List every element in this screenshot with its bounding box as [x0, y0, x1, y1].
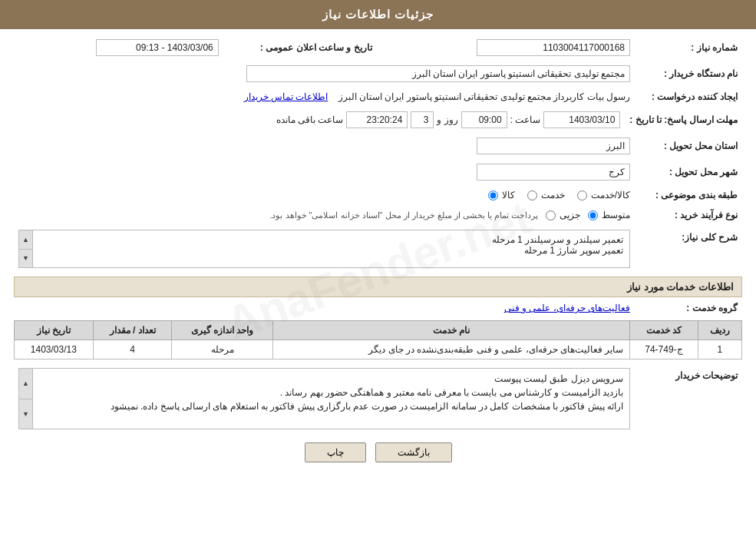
- need-desc-line1: تعمیر سیلندر و سرسیلندر 1 مرحله: [36, 234, 623, 245]
- city-label: شهر محل تحویل :: [635, 161, 742, 183]
- city-value-cell: کرج: [14, 161, 635, 183]
- radio-jozii-input[interactable]: [546, 210, 556, 220]
- deadline-days: 3: [411, 111, 434, 128]
- service-group-label: گروه خدمت :: [635, 300, 742, 316]
- back-button[interactable]: بازگشت: [375, 442, 452, 462]
- th-service-name: نام خدمت: [272, 321, 629, 340]
- th-unit: واحد اندازه گیری: [172, 321, 273, 340]
- buyer-scroll-down[interactable]: ▼: [19, 399, 32, 429]
- row-org: نام دستگاه خریدار : مجتمع تولیدی تحقیقات…: [14, 63, 742, 84]
- org-value-cell: مجتمع تولیدی تحقیقاتی انستیتو پاستور ایر…: [14, 63, 635, 84]
- deadline-remaining: 23:20:24: [346, 111, 408, 128]
- row-request-number: شماره نیاز : 1103004117000168 تاریخ و سا…: [14, 37, 742, 58]
- cell-service-name: سایر فعالیت‌های حرفه‌ای، علمی و فنی طبقه…: [272, 340, 629, 359]
- buyer-desc-line1: سرویس دیزل طبق لیست پیوست: [36, 373, 623, 384]
- deadline-time-label: ساعت :: [510, 114, 541, 125]
- need-desc-content: ▲ ▼ تعمیر سیلندر و سرسیلندر 1 مرحله تعمی…: [14, 227, 635, 270]
- radio-jozii-label: جزیی: [560, 210, 580, 220]
- row-creator: ایجاد کننده درخواست : رسول بیات کاربرداز…: [14, 89, 742, 104]
- row-deadline: مهلت ارسال پاسخ: تا تاریخ : 1403/03/10 س…: [14, 109, 742, 131]
- deadline-time: 09:00: [461, 111, 507, 128]
- need-desc-section-label: شرح کلی نیاز:: [635, 227, 742, 270]
- buyer-desc-box: ▲ ▼ سرویس دیزل طبق لیست پیوست بازدید الز…: [18, 368, 630, 429]
- need-desc-scroll-arrows: ▲ ▼: [19, 230, 33, 267]
- deadline-date: 1403/03/10: [543, 111, 620, 128]
- radio-kala-khedmat[interactable]: کالا/خدمت: [576, 190, 630, 200]
- deadline-label: مهلت ارسال پاسخ: تا تاریخ :: [625, 109, 742, 131]
- province-value-cell: البرز: [14, 135, 635, 157]
- purchase-type-note: پرداخت تمام یا بخشی از مبلغ خریدار از مح…: [269, 210, 538, 220]
- org-value: مجتمع تولیدی تحقیقاتی انستیتو پاستور ایر…: [246, 65, 630, 82]
- row-purchase-type: نوع فرآیند خرید : متوسط جزیی پرداخت تمام…: [14, 207, 742, 223]
- th-date: تاریخ نیاز: [15, 321, 94, 340]
- radio-khedmat[interactable]: خدمت: [526, 190, 565, 200]
- radio-kala-label: کالا: [502, 190, 515, 200]
- creator-value: رسول بیات کاربرداز مجتمع تولیدی تحقیقاتی…: [338, 91, 630, 102]
- cell-row-num: 1: [698, 340, 741, 359]
- province-value: البرز: [477, 137, 630, 154]
- deadline-remaining-label: ساعت باقی مانده: [276, 114, 344, 125]
- page-title: جزئیات اطلاعات نیاز: [322, 8, 434, 21]
- row-need-desc: شرح کلی نیاز: ▲ ▼ تعمیر سیلندر و سرسیلند…: [14, 227, 742, 270]
- row-service-group: گروه خدمت : فعالیت‌های حرفه‌ای، علمی و ف…: [14, 300, 742, 316]
- buyer-desc-line2: بازدید الزامیست و کارشناس می بایست با مع…: [36, 387, 623, 398]
- content-area: شماره نیاز : 1103004117000168 تاریخ و سا…: [0, 29, 756, 481]
- service-group-value[interactable]: فعالیت‌های حرفه‌ای، علمی و فنی: [504, 303, 630, 313]
- request-number-value: 1103004117000168: [477, 39, 630, 56]
- cell-qty: 4: [93, 340, 172, 359]
- announce-date-value-cell: 1403/03/06 - 09:13: [14, 37, 223, 58]
- row-category: طبقه بندی موضوعی : کالا/خدمت خدمت کالا: [14, 187, 742, 203]
- creator-value-cell: رسول بیات کاربرداز مجتمع تولیدی تحقیقاتی…: [14, 89, 635, 104]
- radio-jozii[interactable]: جزیی: [544, 210, 580, 220]
- radio-khedmat-label: خدمت: [541, 190, 565, 200]
- deadline-cells: 1403/03/10 ساعت : 09:00 روز و 3 23:20:24…: [14, 109, 625, 131]
- need-desc-scrollbox: ▲ ▼ تعمیر سیلندر و سرسیلندر 1 مرحله تعمی…: [18, 230, 630, 268]
- scroll-down-arrow[interactable]: ▼: [19, 250, 32, 268]
- th-qty: تعداد / مقدار: [93, 321, 172, 340]
- buyer-desc-line3: ارائه پیش فاکتور با مشخصات کامل در سامان…: [36, 401, 623, 412]
- contact-link[interactable]: اطلاعات تماس خریدار: [244, 91, 328, 102]
- row-province: استان محل تحویل : البرز: [14, 135, 742, 157]
- page-header: جزئیات اطلاعات نیاز: [0, 0, 756, 29]
- service-table: ردیف کد خدمت نام خدمت واحد اندازه گیری ت…: [14, 320, 742, 359]
- button-row: بازگشت چاپ: [14, 442, 742, 462]
- province-label: استان محل تحویل :: [635, 135, 742, 157]
- print-button[interactable]: چاپ: [305, 442, 366, 462]
- services-section-header: اطلاعات خدمات مورد نیاز: [14, 277, 742, 297]
- table-row: 1 ج-749-74 سایر فعالیت‌های حرفه‌ای، علمی…: [15, 340, 742, 359]
- creator-label: ایجاد کننده درخواست :: [635, 89, 742, 104]
- announce-date-label: تاریخ و ساعت اعلان عمومی :: [223, 37, 377, 58]
- radio-khedmat-input[interactable]: [527, 190, 537, 200]
- purchase-type-label: نوع فرآیند خرید :: [635, 207, 742, 223]
- city-value: کرج: [477, 164, 630, 181]
- radio-kala-khedmat-label: کالا/خدمت: [591, 190, 630, 200]
- need-desc-text: تعمیر سیلندر و سرسیلندر 1 مرحله تعمیر سو…: [19, 230, 629, 260]
- buyer-scroll-up[interactable]: ▲: [19, 369, 32, 399]
- buyer-desc-content: ▲ ▼ سرویس دیزل طبق لیست پیوست بازدید الز…: [14, 366, 635, 432]
- radio-kala-khedmat-input[interactable]: [577, 190, 587, 200]
- service-group-value-cell: فعالیت‌های حرفه‌ای، علمی و فنی: [14, 300, 635, 316]
- category-radios: کالا/خدمت خدمت کالا: [14, 187, 635, 203]
- cell-unit: مرحله: [172, 340, 273, 359]
- th-service-code: کد خدمت: [630, 321, 698, 340]
- need-desc-line2: تعمیر سوپر شارژ 1 مرحله: [36, 245, 623, 256]
- row-buyer-desc: توضیحات خریدار ▲ ▼ سرویس دیزل طبق لیست پ…: [14, 366, 742, 432]
- radio-motavaset-input[interactable]: [588, 210, 598, 220]
- request-number-value-cell: 1103004117000168: [377, 37, 635, 58]
- announce-date-value: 1403/03/06 - 09:13: [96, 39, 219, 56]
- cell-service-code: ج-749-74: [630, 340, 698, 359]
- request-number-label: شماره نیاز :: [635, 37, 742, 58]
- th-row-num: ردیف: [698, 321, 741, 340]
- radio-motavaset[interactable]: متوسط: [586, 210, 630, 220]
- row-city: شهر محل تحویل : کرج: [14, 161, 742, 183]
- purchase-type-cell: متوسط جزیی پرداخت تمام یا بخشی از مبلغ خ…: [14, 207, 635, 223]
- buyer-scroll: ▲ ▼: [19, 369, 33, 429]
- scroll-up-arrow[interactable]: ▲: [19, 230, 32, 250]
- radio-kala[interactable]: کالا: [487, 190, 515, 200]
- page-wrapper: AnaFender.net جزئیات اطلاعات نیاز شماره …: [0, 0, 756, 540]
- org-label: نام دستگاه خریدار :: [635, 63, 742, 84]
- category-label: طبقه بندی موضوعی :: [635, 187, 742, 203]
- radio-kala-input[interactable]: [488, 190, 498, 200]
- radio-motavaset-label: متوسط: [602, 210, 630, 220]
- cell-date: 1403/03/13: [15, 340, 94, 359]
